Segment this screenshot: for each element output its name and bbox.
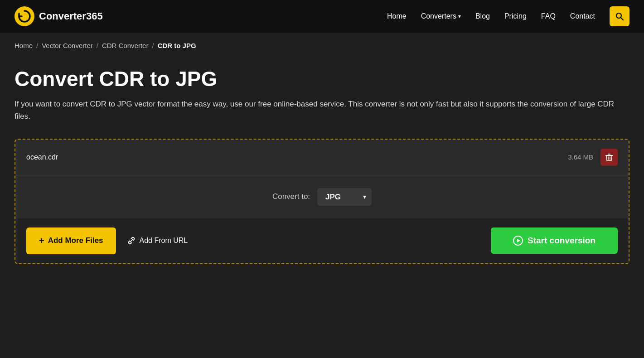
svg-point-8 <box>132 239 133 240</box>
add-from-url-button[interactable]: Add From URL <box>127 236 188 245</box>
svg-rect-4 <box>608 154 610 155</box>
start-conversion-label: Start conversion <box>528 236 596 246</box>
search-button[interactable] <box>610 6 629 26</box>
search-icon <box>615 12 624 21</box>
format-select-wrapper[interactable]: JPG PNG PDF SVG BMP TIFF ▾ <box>317 188 372 206</box>
convert-to-label: Convert to: <box>272 192 310 201</box>
add-files-label: Add More Files <box>48 236 103 245</box>
breadcrumb-cdr-converter[interactable]: CDR Converter <box>102 42 149 49</box>
converter-box: ocean.cdr 3.64 MB Convert to: <box>15 139 629 264</box>
header: Converter365 Home Converters ▾ Blog Pric… <box>0 0 644 33</box>
file-right: 3.64 MB <box>568 149 618 166</box>
file-size: 3.64 MB <box>568 153 593 161</box>
format-select[interactable]: JPG PNG PDF SVG BMP TIFF <box>317 188 372 206</box>
nav-blog[interactable]: Blog <box>475 12 490 20</box>
main-content: Convert CDR to JPG If you want to conver… <box>0 58 644 279</box>
add-from-url-label: Add From URL <box>140 237 188 245</box>
convert-to-row: Convert to: JPG PNG PDF SVG BMP TIFF ▾ <box>15 175 629 218</box>
file-name: ocean.cdr <box>26 153 58 161</box>
bottom-left-actions: + Add More Files Add From URL <box>26 227 188 254</box>
brand-name: Converter365 <box>39 10 103 22</box>
file-row: ocean.cdr 3.64 MB <box>15 140 629 175</box>
svg-marker-10 <box>517 239 520 242</box>
nav-converters[interactable]: Converters ▾ <box>421 12 461 20</box>
breadcrumb-vector-converter[interactable]: Vector Converter <box>42 42 93 49</box>
start-conversion-button[interactable]: Start conversion <box>491 227 618 254</box>
nav-home[interactable]: Home <box>387 12 407 20</box>
breadcrumb-sep-1: / <box>36 42 38 49</box>
breadcrumb-home[interactable]: Home <box>15 42 33 49</box>
svg-rect-3 <box>605 155 613 156</box>
svg-line-2 <box>621 18 623 20</box>
bottom-row: + Add More Files Add From URL <box>15 218 629 263</box>
breadcrumb-sep-2: / <box>97 42 98 49</box>
breadcrumb-sep-3: / <box>152 42 154 49</box>
converters-chevron-icon: ▾ <box>458 13 461 19</box>
svg-point-7 <box>129 242 130 242</box>
link-icon <box>127 236 136 245</box>
play-icon <box>513 236 523 246</box>
delete-file-button[interactable] <box>600 149 618 166</box>
nav-faq[interactable]: FAQ <box>541 12 556 20</box>
nav-pricing[interactable]: Pricing <box>504 12 527 20</box>
trash-icon <box>605 153 613 161</box>
breadcrumb-current: CDR to JPG <box>158 42 196 49</box>
logo-icon <box>15 6 34 26</box>
page-description: If you want to convert CDR to JPG vector… <box>15 98 626 122</box>
nav-contact[interactable]: Contact <box>570 12 595 20</box>
plus-icon: + <box>39 236 44 246</box>
breadcrumb: Home / Vector Converter / CDR Converter … <box>0 33 644 58</box>
svg-point-0 <box>15 6 34 26</box>
logo-area[interactable]: Converter365 <box>15 6 103 26</box>
add-more-files-button[interactable]: + Add More Files <box>26 227 116 254</box>
main-nav: Home Converters ▾ Blog Pricing FAQ Conta… <box>387 6 629 26</box>
page-title: Convert CDR to JPG <box>15 68 629 91</box>
